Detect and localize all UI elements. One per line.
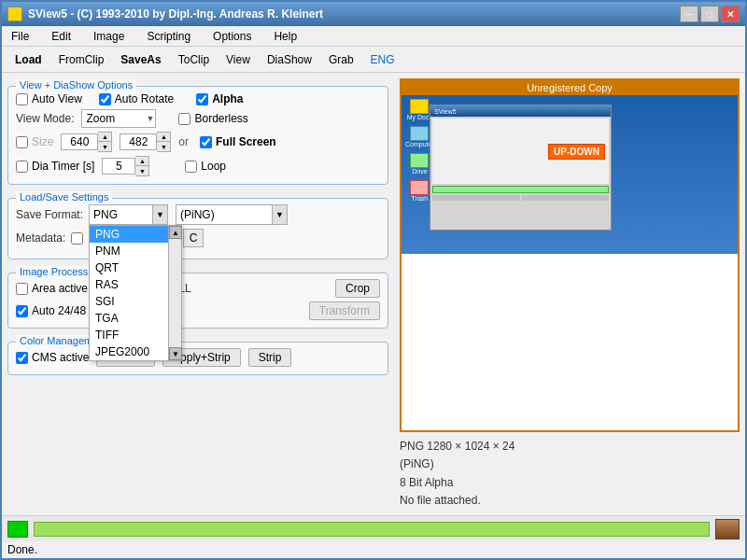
preview-image-area: My Docs Computer Drive — [402, 95, 738, 254]
full-screen-wrap: Full Screen — [200, 135, 276, 148]
format-option-jpeg2000[interactable]: JPEG2000 — [90, 343, 168, 360]
size-label[interactable]: Size — [32, 135, 53, 148]
dia-timer-wrap: Dia Timer [s] — [16, 160, 94, 173]
alpha-checkbox[interactable] — [196, 93, 208, 105]
full-screen-label[interactable]: Full Screen — [216, 135, 276, 148]
image-info: PNG 1280 × 1024 × 24 (PiNG) 8 Bit Alpha … — [400, 438, 740, 510]
format-scrollbar[interactable]: ▲ ▼ — [168, 226, 181, 360]
save-format-dropdown-wrap: PNG ▼ PNG PNM QRT RAS SGI — [89, 204, 168, 225]
full-screen-checkbox[interactable] — [200, 136, 212, 148]
size-w-down[interactable]: ▼ — [98, 142, 111, 151]
toolbar-saveas[interactable]: SaveAs — [113, 51, 168, 68]
transform-button[interactable]: Transform — [309, 301, 380, 320]
format-option-tga[interactable]: TGA — [90, 310, 168, 327]
menu-help[interactable]: Help — [270, 28, 301, 45]
auto-label[interactable]: Auto 24/48 — [32, 304, 86, 317]
view-options-label: View + DiaShow Options — [16, 79, 136, 91]
toolbar-grab[interactable]: Grab — [321, 51, 361, 68]
format-option-sgi[interactable]: SGI — [90, 293, 168, 310]
crop-button[interactable]: Crop — [335, 279, 380, 298]
format-option-tiff[interactable]: TIFF — [90, 327, 168, 343]
secondary-format-arrow[interactable]: ▼ — [272, 205, 287, 224]
toolbar-load[interactable]: Load — [7, 51, 49, 68]
borderless-checkbox[interactable] — [178, 113, 190, 125]
borderless-label[interactable]: Borderless — [194, 112, 247, 125]
loop-label[interactable]: Loop — [201, 160, 226, 173]
dia-timer-down[interactable]: ▼ — [135, 166, 148, 175]
close-button[interactable]: ✕ — [721, 6, 740, 22]
save-format-button[interactable]: PNG ▼ — [89, 204, 168, 225]
inner-win-titlebar: SView5 — [430, 105, 611, 117]
auto-checkbox[interactable] — [16, 305, 28, 317]
left-panel: View + DiaShow Options Auto View Auto Ro… — [2, 73, 394, 515]
dia-timer-label[interactable]: Dia Timer [s] — [32, 160, 94, 173]
area-active-checkbox[interactable] — [16, 283, 28, 295]
size-h-input[interactable] — [120, 133, 157, 150]
menu-image[interactable]: Image — [90, 28, 128, 45]
area-active-label[interactable]: Area active — [32, 282, 88, 295]
menu-options[interactable]: Options — [209, 28, 255, 45]
auto-rotate-checkbox[interactable] — [99, 93, 111, 105]
toolbar-eng[interactable]: ENG — [363, 51, 402, 68]
size-w-spinbox: ▲ ▼ — [61, 132, 112, 152]
toolbar-fromclip[interactable]: FromClip — [51, 51, 112, 68]
inner-bottom-row — [432, 195, 609, 201]
secondary-format-button[interactable]: (PiNG) ▼ — [176, 204, 288, 225]
c-button[interactable]: C — [183, 229, 204, 247]
preview-inner-window: SView5 UP-DOWN — [430, 105, 612, 231]
loop-checkbox[interactable] — [185, 161, 197, 173]
metadata-checkbox[interactable] — [71, 232, 83, 245]
inner-progress — [432, 186, 609, 193]
format-option-qrt[interactable]: QRT — [90, 259, 168, 276]
toolbar-view[interactable]: View — [218, 51, 258, 68]
metadata-label: Metadata: — [16, 231, 65, 245]
scroll-up[interactable]: ▲ — [169, 226, 182, 239]
format-option-ras[interactable]: RAS — [90, 276, 168, 293]
view-mode-dropdown[interactable]: Zoom Fit 1:1 2:1 ▼ — [81, 109, 156, 128]
save-format-row: Save Format: PNG ▼ PNG PNM — [16, 204, 380, 225]
menu-scripting[interactable]: Scripting — [143, 28, 194, 45]
cms-active-checkbox[interactable] — [16, 352, 28, 364]
status-green-button[interactable] — [7, 521, 28, 538]
scroll-track — [169, 239, 181, 347]
window-title: SView5 - (C) 1993-2010 by Dipl.-Ing. And… — [28, 7, 323, 21]
auto-view-label[interactable]: Auto View — [32, 92, 82, 105]
icon-label-1: My Docs — [407, 114, 432, 120]
toolbar-diashow[interactable]: DiaShow — [260, 51, 319, 68]
scroll-down[interactable]: ▼ — [169, 347, 182, 360]
size-w-up[interactable]: ▲ — [98, 133, 111, 142]
save-format-value: PNG — [90, 208, 152, 221]
size-checkbox[interactable] — [16, 136, 28, 148]
maximize-button[interactable]: □ — [700, 6, 719, 22]
right-panel: Unregistered Copy My Docs Comput — [394, 73, 745, 515]
inner-win-body: UP-DOWN — [430, 117, 611, 230]
size-w-input[interactable] — [61, 133, 98, 150]
menu-edit[interactable]: Edit — [48, 28, 75, 45]
updown-badge: UP-DOWN — [548, 144, 605, 160]
format-option-png[interactable]: PNG — [90, 226, 168, 243]
size-h-down[interactable]: ▼ — [157, 142, 170, 151]
color-mgmt-row: CMS active Profile? Apply+Strip Strip — [16, 348, 380, 367]
cms-active-wrap: CMS active — [16, 351, 89, 364]
menu-file[interactable]: File — [7, 28, 33, 45]
save-format-arrow[interactable]: ▼ — [152, 205, 167, 224]
load-save-group: Load/Save Settings Save Format: PNG ▼ — [7, 198, 388, 259]
dia-timer-input[interactable] — [102, 158, 135, 175]
title-bar-buttons: ─ □ ✕ — [680, 6, 740, 22]
dia-timer-checkbox[interactable] — [16, 161, 28, 173]
strip-button[interactable]: Strip — [248, 348, 292, 367]
minimize-button[interactable]: ─ — [680, 6, 698, 22]
cms-active-label[interactable]: CMS active — [32, 351, 89, 364]
area-active-wrap: Area active — [16, 282, 88, 295]
format-option-pnm[interactable]: PNM — [90, 243, 168, 259]
or-text: or — [178, 135, 189, 148]
auto-rotate-label[interactable]: Auto Rotate — [115, 92, 174, 105]
image-process-row2: Auto 24/48 Transform — [16, 301, 380, 320]
dia-timer-up[interactable]: ▲ — [135, 157, 148, 166]
size-h-up[interactable]: ▲ — [157, 133, 170, 142]
toolbar-toclip[interactable]: ToClip — [171, 51, 217, 68]
icon-label-4: Trash — [412, 195, 429, 202]
alpha-label[interactable]: Alpha — [212, 92, 243, 105]
view-mode-select[interactable]: Zoom Fit 1:1 2:1 — [81, 109, 156, 128]
auto-view-checkbox[interactable] — [16, 93, 28, 105]
